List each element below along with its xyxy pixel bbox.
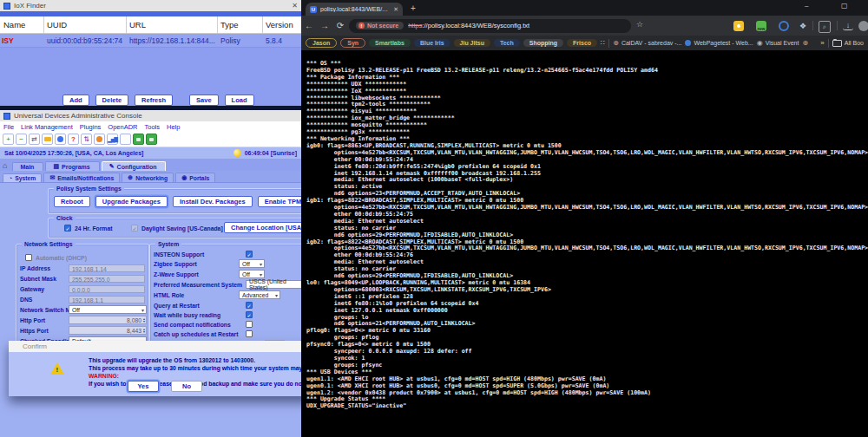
confirm-titlebar[interactable]: Confirm [9,341,301,352]
menu-help[interactable]: Help [167,123,180,131]
web-icon[interactable] [55,134,66,145]
extension-blue-icon[interactable] [779,21,789,31]
menu-file[interactable]: File [3,123,14,131]
column-header-uuid[interactable]: UUID [47,20,67,29]
column-header-version[interactable]: Version [266,20,293,29]
reboot-button[interactable]: Reboot [54,196,90,207]
blank-tool-icon[interactable] [120,134,131,145]
extension-yellow-icon[interactable] [733,21,744,31]
sync-icon[interactable]: ⇅ [81,134,92,145]
gateway-field[interactable]: 0.0.0.0 [69,285,145,293]
subtab-portals[interactable]: ◉Portals [175,173,215,182]
checkbox-24hr-format[interactable]: ✓ [64,225,71,232]
tab-close-icon[interactable]: ✕ [393,6,398,13]
tab-group-shopping[interactable]: Shopping [523,39,563,47]
close-icon[interactable]: ✕ [292,3,298,10]
delete-button[interactable]: Delete [95,95,129,106]
checkbox-insteon[interactable]: ✓ [246,251,253,258]
search-page-icon[interactable]: ⌕ [819,21,831,33]
install-dev-packages-button[interactable]: Install Dev. Packages [173,196,253,207]
checkbox-compact-notifications[interactable] [246,321,253,328]
subnet-mask-field[interactable]: 255.255.255.0 [69,275,145,283]
column-header-name[interactable]: Name [3,20,25,29]
tab-main[interactable]: Main [12,162,43,171]
folder-icon[interactable] [42,134,53,145]
menu-tools[interactable]: Tools [145,123,161,131]
bookmark-globe[interactable]: ⊕ [802,39,808,47]
table-row[interactable]: ISY uuid:00:0d:b9:55:24:74 https://192.1… [0,34,301,48]
tab-programs[interactable]: ▤Programs [45,161,99,171]
load-button[interactable]: Load [225,95,254,106]
zwave-select[interactable]: Off▾ [239,270,265,278]
tab-group-blue-iris[interactable]: Blue Iris [414,39,450,47]
upgrade-packages-button[interactable]: Upgrade Packages [95,196,168,207]
checkbox-daylight-saving[interactable]: ✓ [131,225,138,232]
link-management-icon[interactable]: ⇄ [29,134,40,145]
tab-group-frisco[interactable]: Frisco [567,39,597,47]
chart-icon[interactable]: ▂▅▇ [107,134,118,145]
checkbox-dhcp[interactable] [25,254,32,261]
download-icon[interactable]: ↓ [843,21,853,30]
tab-group-jason[interactable]: Jason [306,38,337,48]
bookmark-star-icon[interactable]: ☆ [636,20,643,29]
save-button[interactable]: Save [189,95,219,106]
measurement-system-select[interactable]: USCS (United States)▾ [246,280,301,289]
extension-new-icon[interactable]: new [756,21,766,31]
column-header-url[interactable]: URL [129,20,146,29]
menu-plugins[interactable]: Plugins [80,123,102,131]
bookmark-webpagetest[interactable]: WebPagetest - Web... [685,40,753,46]
not-secure-chip[interactable]: ! Not secure [356,22,404,29]
help-icon[interactable]: ? [68,134,79,145]
profile-avatar[interactable] [858,21,868,31]
maximize-icon[interactable]: ▢ [841,2,848,10]
reload-icon[interactable]: ⟳ [332,21,348,30]
bookmarks-overflow-chevron[interactable]: » [820,39,824,47]
checkbox-query-restart[interactable]: ✓ [246,302,253,309]
subtab-emails-notifications[interactable]: ✉Emails/Notifications [43,173,120,182]
tab-configuration[interactable]: ✎Configuration [102,161,167,171]
browser-tab[interactable]: U polisy.local:8443/WEB/sysconfig ✕ [306,3,403,16]
change-location-button[interactable]: Change Location [USA, CA, Los Angeles] [224,222,301,233]
back-icon[interactable]: ← [301,21,317,30]
bookmark-visual-event[interactable]: ◉Visual Event [757,39,799,47]
home-icon[interactable]: ⌂ [3,161,7,170]
iox-finder-titlebar[interactable]: IoX Finder ✕ [0,0,301,11]
menu-link-management[interactable]: Link Management [21,123,73,131]
new-tab-button[interactable]: + [411,4,416,13]
camera-icon-2[interactable] [146,134,157,145]
schedule-icon[interactable] [94,134,105,145]
minimize-icon[interactable]: – [805,2,808,10]
subtab-networking[interactable]: ⊕Networking [122,173,174,182]
yes-button[interactable]: Yes [128,381,159,392]
network-switch-mode-select[interactable]: Off▾ [69,305,147,314]
bookmark-caldav[interactable]: ⊕CalDAV - sabredav -... [613,39,681,47]
tab-groups-grid-icon[interactable]: ∷ [601,39,605,47]
expand-tree-icon[interactable]: + [3,134,14,145]
camera-icon[interactable] [133,134,144,145]
http-port-stepper[interactable]: 8,080▴▾ [69,316,147,324]
enable-tpm-button[interactable]: Enable TPM [258,196,301,207]
admin-titlebar[interactable]: Universal Devices Administrative Console [0,110,301,121]
tab-group-smartlabs[interactable]: Smartlabs [369,39,411,47]
collapse-tree-icon[interactable]: − [16,134,27,145]
https-port-stepper[interactable]: 8,443▴▾ [69,326,147,335]
subtab-system[interactable]: ◔System [3,173,42,182]
forward-icon[interactable]: → [317,21,332,30]
dns-field[interactable]: 192.168.1.1 [69,296,145,303]
menu-openadr[interactable]: OpenADR [108,123,137,131]
column-header-type[interactable]: Type [220,20,239,29]
add-button[interactable]: Add [62,95,89,106]
address-bar[interactable]: ! Not secure https://polisy.local:8443/W… [349,19,631,33]
no-button[interactable]: No [171,381,202,392]
tab-group-jiu-jitsu[interactable]: Jiu Jitsu [454,39,490,47]
tab-group-tech[interactable]: Tech [494,39,520,47]
extensions-puzzle-icon[interactable]: ❖ [798,21,808,31]
tab-group-syn[interactable]: Syn [340,38,365,48]
ip-address-field[interactable]: 192.168.1.14 [69,264,145,272]
checkbox-wait-busy[interactable]: ✓ [246,311,253,318]
html-role-select[interactable]: Advanced▾ [239,290,280,299]
refresh-button[interactable]: Refresh [135,95,173,106]
checkbox-catchup-schedules[interactable] [246,330,253,337]
all-bookmarks-folder[interactable]: All Boo [832,40,864,47]
page-content[interactable]: *** OS ***FreeBSD polisy 13.2-RELEASE-p1… [301,50,868,437]
